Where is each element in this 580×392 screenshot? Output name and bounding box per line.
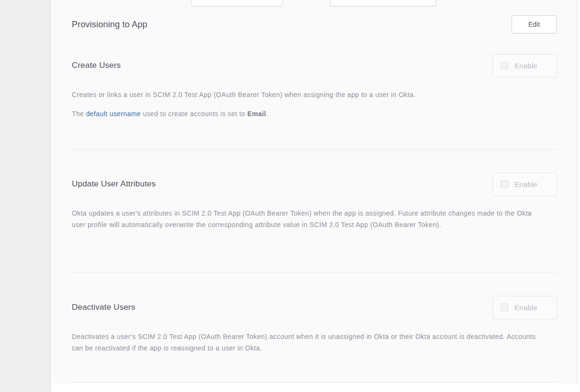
deactivate-users-enable-toggle[interactable]: Enable [492, 296, 557, 319]
provisioning-header: Provisioning to App Edit [72, 15, 557, 33]
partial-input-box-2[interactable] [330, 0, 436, 6]
main-content: Provisioning to App Edit Create Users En… [51, 0, 578, 383]
note-middle: used to create accounts is set to [141, 110, 247, 118]
note-suffix: . [266, 110, 268, 118]
update-attributes-enable-toggle[interactable]: Enable [492, 173, 557, 196]
section-divider [71, 272, 557, 272]
deactivate-users-enable-checkbox[interactable] [501, 304, 508, 311]
update-attributes-enable-checkbox[interactable] [501, 180, 508, 188]
update-attributes-title: Update User Attributes [72, 179, 156, 189]
username-value: Email [247, 110, 266, 118]
page-title: Provisioning to App [72, 20, 147, 30]
edit-button[interactable]: Edit [512, 15, 557, 33]
enable-label: Enable [514, 62, 537, 70]
note-prefix: The [72, 110, 86, 118]
section-divider [71, 149, 557, 150]
create-users-description: Creates or links a user in SCIM 2.0 Test… [72, 89, 416, 100]
create-users-enable-toggle[interactable]: Enable [492, 54, 557, 77]
update-attributes-description: Okta updates a user's attributes in SCIM… [72, 207, 546, 230]
create-users-title: Create Users [72, 61, 121, 70]
deactivate-users-description: Deactivates a user's SCIM 2.0 Test App (… [72, 331, 546, 354]
section-divider [71, 382, 557, 382]
enable-label: Enable [514, 180, 537, 188]
left-sidebar [0, 0, 51, 392]
section-create-users: Create Users Enable [72, 54, 557, 77]
partial-input-box-1[interactable] [191, 0, 283, 6]
section-update-user-attributes: Update User Attributes Enable [72, 172, 557, 196]
deactivate-users-title: Deactivate Users [72, 303, 135, 312]
create-users-username-note: The default username used to create acco… [72, 108, 268, 120]
create-users-enable-checkbox[interactable] [501, 62, 508, 69]
default-username-link[interactable]: default username [86, 110, 141, 118]
section-deactivate-users: Deactivate Users Enable [72, 295, 557, 319]
enable-label: Enable [514, 304, 537, 312]
